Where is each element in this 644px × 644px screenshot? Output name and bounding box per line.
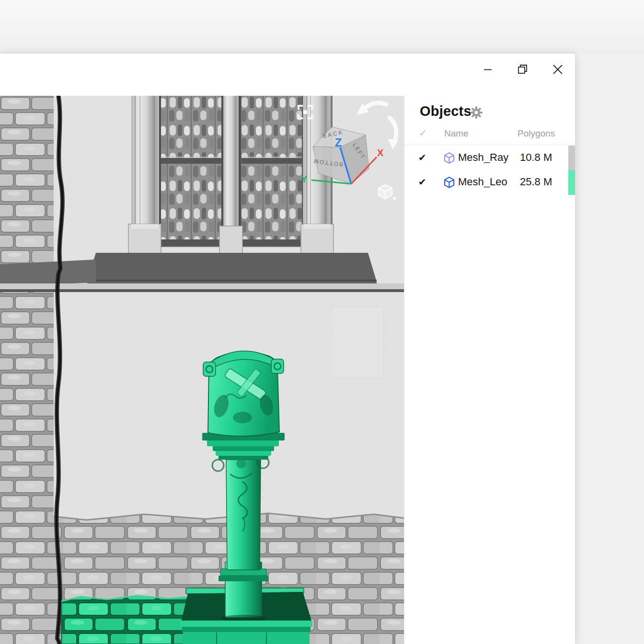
object-polygon-count: 25.8 M bbox=[520, 176, 552, 188]
close-button[interactable] bbox=[547, 59, 568, 80]
axis-x-label: X bbox=[377, 147, 384, 158]
panel-settings-button[interactable] bbox=[469, 105, 484, 120]
object-name: Mesh_Leo bbox=[458, 176, 507, 188]
object-row-mesh-ray[interactable]: ✔ Mesh_Ray 10.8 M bbox=[404, 146, 575, 170]
minimize-icon bbox=[482, 64, 494, 75]
header-check-icon: ✓ bbox=[419, 127, 427, 139]
header-divider bbox=[404, 145, 575, 145]
close-icon bbox=[552, 63, 564, 76]
titlebar bbox=[0, 54, 575, 96]
object-name: Mesh_Ray bbox=[458, 151, 508, 164]
row-color-strip-mesh-leo bbox=[568, 170, 575, 195]
axis-y-label: Y bbox=[301, 174, 308, 184]
row-color-strip-mesh-ray bbox=[568, 146, 575, 170]
object-polygon-count: 10.8 M bbox=[520, 151, 552, 164]
header-polygons-label: Polygons bbox=[518, 128, 555, 139]
app-window: BACK LEFT BOTTOM Z X Y bbox=[0, 54, 575, 644]
restore-icon bbox=[517, 63, 529, 76]
mesh-scene: BACK LEFT BOTTOM Z X Y bbox=[0, 96, 404, 644]
3d-viewport[interactable]: BACK LEFT BOTTOM Z X Y bbox=[0, 96, 404, 644]
left-stone-pier bbox=[0, 96, 54, 644]
minimize-button[interactable] bbox=[477, 59, 498, 80]
objects-table-header: ✓ Name Polygons bbox=[404, 125, 575, 145]
panel-title: Objects bbox=[420, 103, 472, 119]
visibility-check-icon[interactable]: ✔ bbox=[418, 152, 426, 163]
header-name-label: Name bbox=[444, 128, 469, 139]
restore-button[interactable] bbox=[512, 59, 533, 80]
visibility-check-icon[interactable]: ✔ bbox=[418, 176, 426, 188]
cube-outline-icon bbox=[443, 151, 456, 164]
cube-outline-icon bbox=[443, 176, 456, 189]
objects-panel: Objects ✓ Name Polygons ✔ bbox=[404, 96, 575, 644]
axis-z-label: Z bbox=[335, 136, 342, 149]
object-row-mesh-leo[interactable]: ✔ Mesh_Leo 25.8 M bbox=[404, 170, 575, 195]
gear-icon bbox=[469, 105, 483, 120]
